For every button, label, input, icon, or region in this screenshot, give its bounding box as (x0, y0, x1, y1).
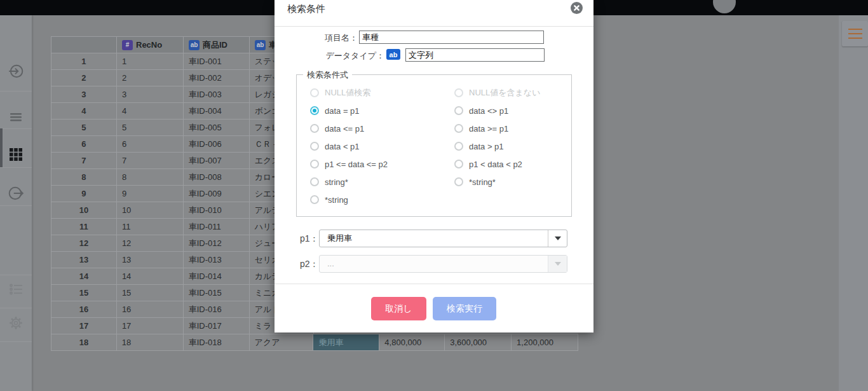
row-number-cell[interactable]: 5 (51, 120, 117, 136)
dialog-header-divider (275, 26, 593, 27)
search-execute-button[interactable]: 検索実行 (433, 297, 496, 320)
cancel-button[interactable]: 取消し (371, 297, 426, 320)
product-id-cell[interactable]: 車ID-005 (184, 120, 250, 136)
recno-cell[interactable]: 12 (117, 235, 184, 252)
p1-dropdown[interactable]: 乗用車 (319, 230, 567, 247)
product-id-cell[interactable]: 車ID-008 (184, 169, 250, 186)
recno-cell[interactable]: 11 (117, 219, 184, 235)
row-number-cell[interactable]: 2 (51, 70, 117, 86)
product-id-cell[interactable]: 車ID-017 (184, 318, 250, 334)
row-number-cell[interactable]: 8 (51, 169, 117, 186)
radio-icon (310, 195, 319, 204)
row-number-cell[interactable]: 6 (51, 136, 117, 153)
product-id-cell[interactable]: 車ID-012 (184, 235, 250, 252)
row-number-cell[interactable]: 7 (51, 153, 117, 169)
product-id-cell[interactable]: 車ID-007 (184, 153, 250, 169)
row-number-cell[interactable]: 16 (51, 301, 117, 318)
signin-icon (8, 63, 24, 79)
corner-cell[interactable] (51, 37, 117, 53)
recno-cell[interactable]: 16 (117, 301, 184, 318)
row-number-cell[interactable]: 10 (51, 202, 117, 219)
condition-fieldset: 検索条件式 NULL値検索NULL値を含まないdata = p1data <> … (296, 74, 572, 217)
sidebar-item-signin[interactable] (0, 63, 32, 79)
p2-value: ... (327, 256, 334, 272)
product-id-cell[interactable]: 車ID-018 (184, 334, 250, 351)
condition-radio-1: NULL値検索 (310, 84, 454, 102)
product-id-cell[interactable]: 車ID-010 (184, 202, 250, 219)
recno-cell[interactable]: 13 (117, 252, 184, 268)
column-header[interactable]: ab商品ID (184, 37, 250, 53)
condition-radio-6[interactable]: data >= p1 (454, 120, 571, 137)
row-number-cell[interactable]: 17 (51, 318, 117, 334)
recno-cell[interactable]: 15 (117, 285, 184, 301)
menu-toggle-button[interactable] (842, 21, 868, 46)
row-number-cell[interactable]: 15 (51, 285, 117, 301)
sidebar-item-settings[interactable] (0, 315, 32, 331)
amount-cell[interactable]: 3,600,000 (445, 334, 512, 351)
condition-radio-7[interactable]: data < p1 (310, 137, 454, 155)
column-header[interactable]: #RecNo (117, 37, 184, 53)
condition-radio-11[interactable]: string* (310, 173, 454, 191)
condition-radio-13[interactable]: *string (310, 191, 454, 209)
recno-cell[interactable]: 6 (117, 136, 184, 153)
row-number-cell[interactable]: 18 (51, 334, 117, 351)
recno-cell[interactable]: 3 (117, 86, 184, 103)
row-number-cell[interactable]: 11 (51, 219, 117, 235)
car-name-cell[interactable]: アクア (250, 334, 314, 351)
avatar[interactable] (713, 0, 736, 13)
product-id-cell[interactable]: 車ID-009 (184, 186, 250, 202)
recno-cell[interactable]: 2 (117, 70, 184, 86)
recno-cell[interactable]: 18 (117, 334, 184, 351)
condition-radio-4[interactable]: data <> p1 (454, 102, 571, 120)
product-id-cell[interactable]: 車ID-003 (184, 86, 250, 103)
recno-cell[interactable]: 1 (117, 53, 184, 70)
close-button[interactable] (571, 2, 583, 14)
row-number-cell[interactable]: 1 (51, 53, 117, 70)
product-id-cell[interactable]: 車ID-014 (184, 268, 250, 285)
product-id-cell[interactable]: 車ID-002 (184, 70, 250, 86)
recno-cell[interactable]: 5 (117, 120, 184, 136)
column-header-label: 商品ID (203, 39, 227, 51)
sidebar-item-menu[interactable] (0, 109, 32, 125)
dialog-footer-divider (275, 284, 593, 284)
recno-cell[interactable]: 9 (117, 186, 184, 202)
sidebar-item-signout[interactable] (0, 185, 32, 202)
product-id-cell[interactable]: 車ID-006 (184, 136, 250, 153)
row-number-cell[interactable]: 3 (51, 86, 117, 103)
row-number-cell[interactable]: 14 (51, 268, 117, 285)
condition-radio-label: string* (325, 177, 348, 187)
product-id-cell[interactable]: 車ID-004 (184, 103, 250, 120)
condition-radio-3[interactable]: data = p1 (310, 102, 454, 120)
row-number-cell[interactable]: 13 (51, 252, 117, 268)
column-header-label: RecNo (136, 40, 162, 50)
recno-cell[interactable]: 8 (117, 169, 184, 186)
condition-radio-8[interactable]: data > p1 (454, 137, 571, 155)
amount-cell[interactable]: 1,200,000 (512, 334, 578, 351)
row-number-cell[interactable]: 9 (51, 186, 117, 202)
condition-radio-9[interactable]: p1 <= data <= p2 (310, 155, 454, 173)
recno-cell[interactable]: 10 (117, 202, 184, 219)
condition-radio-5[interactable]: data <= p1 (310, 120, 454, 137)
row-number-cell[interactable]: 4 (51, 103, 117, 120)
product-id-cell[interactable]: 車ID-016 (184, 301, 250, 318)
product-id-cell[interactable]: 車ID-001 (184, 53, 250, 70)
condition-radio-label: data <> p1 (469, 106, 508, 116)
recno-cell[interactable]: 17 (117, 318, 184, 334)
chevron-down-icon (555, 262, 561, 266)
recno-cell[interactable]: 14 (117, 268, 184, 285)
condition-radio-10[interactable]: p1 < data < p2 (454, 155, 571, 173)
condition-radio-12[interactable]: *string* (454, 173, 571, 191)
product-id-cell[interactable]: 車ID-011 (184, 219, 250, 235)
sidebar-item-list[interactable] (0, 281, 32, 298)
data-type-input[interactable] (405, 48, 545, 62)
recno-cell[interactable]: 7 (117, 153, 184, 169)
product-id-cell[interactable]: 車ID-013 (184, 252, 250, 268)
product-id-cell[interactable]: 車ID-015 (184, 285, 250, 301)
amount-cell[interactable]: 4,800,000 (379, 334, 445, 351)
row-number-cell[interactable]: 12 (51, 235, 117, 252)
sidebar-item-grid[interactable] (0, 146, 32, 163)
item-name-input[interactable] (359, 31, 544, 44)
recno-cell[interactable]: 4 (117, 103, 184, 120)
car-type-cell-selected[interactable]: 乗用車 (313, 334, 379, 351)
dropdown-arrow-button[interactable] (548, 230, 567, 247)
